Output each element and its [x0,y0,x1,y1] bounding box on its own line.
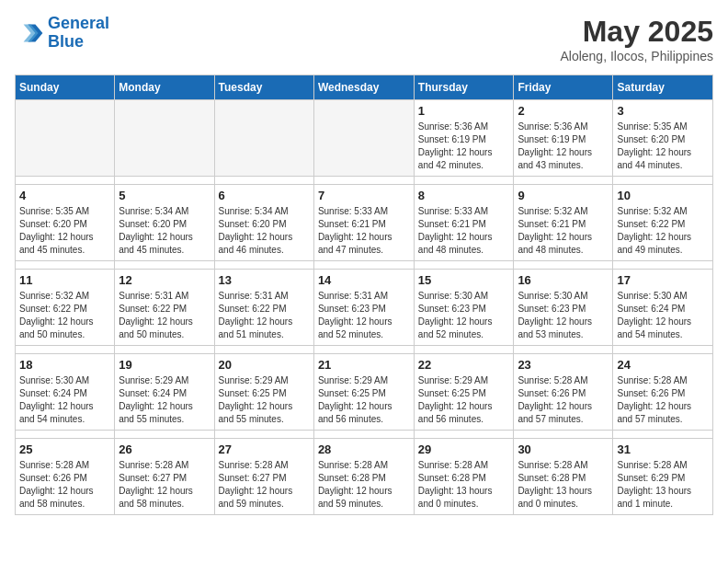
calendar-cell: 31Sunrise: 5:28 AM Sunset: 6:29 PM Dayli… [613,439,713,515]
day-number: 18 [19,358,110,372]
day-info: Sunrise: 5:28 AM Sunset: 6:28 PM Dayligh… [518,459,609,511]
calendar-cell [214,100,313,177]
calendar-cell: 14Sunrise: 5:31 AM Sunset: 6:23 PM Dayli… [313,270,414,346]
calendar-cell: 23Sunrise: 5:28 AM Sunset: 6:26 PM Dayli… [514,354,613,431]
day-info: Sunrise: 5:31 AM Sunset: 6:22 PM Dayligh… [219,290,310,341]
day-number: 8 [418,189,510,202]
weekday-header: Sunday [16,75,115,100]
calendar-cell: 20Sunrise: 5:29 AM Sunset: 6:25 PM Dayli… [214,354,313,431]
day-number: 20 [219,358,310,372]
calendar-cell: 27Sunrise: 5:28 AM Sunset: 6:27 PM Dayli… [214,439,313,515]
day-info: Sunrise: 5:35 AM Sunset: 6:20 PM Dayligh… [617,121,709,172]
day-info: Sunrise: 5:30 AM Sunset: 6:24 PM Dayligh… [19,374,110,426]
day-number: 29 [418,442,510,456]
calendar-cell: 9Sunrise: 5:32 AM Sunset: 6:21 PM Daylig… [514,185,613,261]
day-info: Sunrise: 5:30 AM Sunset: 6:24 PM Dayligh… [617,290,709,341]
calendar-cell: 3Sunrise: 5:35 AM Sunset: 6:20 PM Daylig… [613,100,713,177]
day-number: 3 [617,104,709,118]
day-number: 11 [19,273,110,287]
calendar-cell: 24Sunrise: 5:28 AM Sunset: 6:26 PM Dayli… [613,354,713,431]
day-info: Sunrise: 5:34 AM Sunset: 6:20 PM Dayligh… [119,205,210,257]
day-number: 15 [418,273,510,287]
weekday-header: Saturday [613,75,713,100]
day-number: 6 [219,189,310,202]
logo-icon [15,18,44,48]
day-info: Sunrise: 5:28 AM Sunset: 6:28 PM Dayligh… [418,459,510,511]
day-info: Sunrise: 5:28 AM Sunset: 6:26 PM Dayligh… [518,374,609,426]
week-divider [16,177,713,185]
calendar-cell: 8Sunrise: 5:33 AM Sunset: 6:21 PM Daylig… [414,185,514,261]
calendar-header-row: SundayMondayTuesdayWednesdayThursdayFrid… [16,75,713,100]
page-header: General Blue May 2025 Aloleng, Ilocos, P… [15,15,713,63]
day-number: 22 [418,358,510,372]
location: Aloleng, Ilocos, Philippines [560,49,713,63]
day-number: 26 [119,442,210,456]
day-info: Sunrise: 5:29 AM Sunset: 6:25 PM Dayligh… [219,374,310,426]
day-info: Sunrise: 5:30 AM Sunset: 6:23 PM Dayligh… [418,290,510,341]
calendar-table: SundayMondayTuesdayWednesdayThursdayFrid… [15,75,713,515]
day-info: Sunrise: 5:36 AM Sunset: 6:19 PM Dayligh… [418,121,510,172]
week-divider [16,346,713,354]
calendar-cell [115,100,214,177]
day-info: Sunrise: 5:28 AM Sunset: 6:29 PM Dayligh… [617,459,709,511]
calendar-cell: 17Sunrise: 5:30 AM Sunset: 6:24 PM Dayli… [613,270,713,346]
calendar-cell: 28Sunrise: 5:28 AM Sunset: 6:28 PM Dayli… [313,439,414,515]
day-number: 4 [19,189,110,202]
calendar-cell: 25Sunrise: 5:28 AM Sunset: 6:26 PM Dayli… [16,439,115,515]
day-number: 28 [318,442,410,456]
logo: General Blue [15,15,109,52]
calendar-cell: 19Sunrise: 5:29 AM Sunset: 6:24 PM Dayli… [115,354,214,431]
day-number: 23 [518,358,609,372]
day-number: 13 [219,273,310,287]
calendar-week-row: 25Sunrise: 5:28 AM Sunset: 6:26 PM Dayli… [16,439,713,515]
calendar-cell: 11Sunrise: 5:32 AM Sunset: 6:22 PM Dayli… [16,270,115,346]
calendar-cell [313,100,414,177]
day-number: 30 [518,442,609,456]
weekday-header: Friday [514,75,613,100]
day-number: 12 [119,273,210,287]
day-info: Sunrise: 5:30 AM Sunset: 6:23 PM Dayligh… [518,290,609,341]
calendar-cell: 13Sunrise: 5:31 AM Sunset: 6:22 PM Dayli… [214,270,313,346]
day-number: 21 [318,358,410,372]
calendar-cell: 12Sunrise: 5:31 AM Sunset: 6:22 PM Dayli… [115,270,214,346]
day-number: 10 [617,189,709,202]
logo-line1: General [48,14,109,32]
day-info: Sunrise: 5:29 AM Sunset: 6:25 PM Dayligh… [418,374,510,426]
day-number: 17 [617,273,709,287]
calendar-cell: 4Sunrise: 5:35 AM Sunset: 6:20 PM Daylig… [16,185,115,261]
calendar-cell: 15Sunrise: 5:30 AM Sunset: 6:23 PM Dayli… [414,270,514,346]
day-number: 14 [318,273,410,287]
weekday-header: Thursday [414,75,514,100]
day-info: Sunrise: 5:29 AM Sunset: 6:24 PM Dayligh… [119,374,210,426]
day-info: Sunrise: 5:29 AM Sunset: 6:25 PM Dayligh… [318,374,410,426]
calendar-cell: 7Sunrise: 5:33 AM Sunset: 6:21 PM Daylig… [313,185,414,261]
week-divider [16,431,713,439]
day-info: Sunrise: 5:32 AM Sunset: 6:22 PM Dayligh… [617,205,709,257]
day-info: Sunrise: 5:28 AM Sunset: 6:27 PM Dayligh… [219,459,310,511]
day-number: 9 [518,189,609,202]
calendar-cell: 10Sunrise: 5:32 AM Sunset: 6:22 PM Dayli… [613,185,713,261]
day-number: 1 [418,104,510,118]
day-number: 25 [19,442,110,456]
day-number: 31 [617,442,709,456]
calendar-cell: 16Sunrise: 5:30 AM Sunset: 6:23 PM Dayli… [514,270,613,346]
day-number: 27 [219,442,310,456]
calendar-week-row: 4Sunrise: 5:35 AM Sunset: 6:20 PM Daylig… [16,185,713,261]
calendar-cell: 26Sunrise: 5:28 AM Sunset: 6:27 PM Dayli… [115,439,214,515]
title-block: May 2025 Aloleng, Ilocos, Philippines [560,15,713,63]
calendar-cell: 30Sunrise: 5:28 AM Sunset: 6:28 PM Dayli… [514,439,613,515]
day-info: Sunrise: 5:33 AM Sunset: 6:21 PM Dayligh… [418,205,510,257]
day-info: Sunrise: 5:28 AM Sunset: 6:28 PM Dayligh… [318,459,410,511]
calendar-week-row: 11Sunrise: 5:32 AM Sunset: 6:22 PM Dayli… [16,270,713,346]
day-info: Sunrise: 5:36 AM Sunset: 6:19 PM Dayligh… [518,121,609,172]
day-info: Sunrise: 5:28 AM Sunset: 6:27 PM Dayligh… [119,459,210,511]
calendar-cell: 22Sunrise: 5:29 AM Sunset: 6:25 PM Dayli… [414,354,514,431]
calendar-cell: 18Sunrise: 5:30 AM Sunset: 6:24 PM Dayli… [16,354,115,431]
day-info: Sunrise: 5:31 AM Sunset: 6:22 PM Dayligh… [119,290,210,341]
calendar-cell: 5Sunrise: 5:34 AM Sunset: 6:20 PM Daylig… [115,185,214,261]
day-info: Sunrise: 5:34 AM Sunset: 6:20 PM Dayligh… [219,205,310,257]
calendar-cell: 21Sunrise: 5:29 AM Sunset: 6:25 PM Dayli… [313,354,414,431]
logo-text: General Blue [48,15,109,52]
calendar-cell: 2Sunrise: 5:36 AM Sunset: 6:19 PM Daylig… [514,100,613,177]
day-info: Sunrise: 5:28 AM Sunset: 6:26 PM Dayligh… [617,374,709,426]
